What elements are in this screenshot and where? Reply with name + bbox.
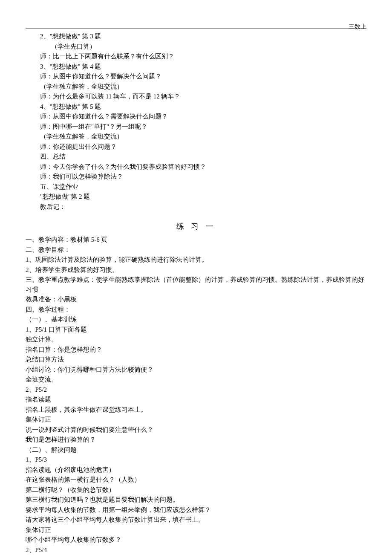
- body-line: 2、"想想做做" 第 3 题: [26, 32, 366, 41]
- body-line: 师：为什么最多可以装 11 辆车，而不是 12 辆车？: [26, 92, 366, 101]
- body-line: 第二横行呢？（收集的总节数）: [26, 485, 366, 495]
- body-line: 教具准备：小黑板: [26, 295, 366, 304]
- body-line: 集体订正: [26, 525, 366, 535]
- body-line: 独立计算。: [26, 335, 366, 344]
- body-line: 一、教学内容：教材第 5-6 页: [26, 235, 366, 245]
- body-line: 师：你还能提出什么问题？: [26, 142, 366, 152]
- body-line: 全班交流。: [26, 375, 366, 384]
- body-line: 师：从图中你知道什么？要解决什么问题？: [26, 72, 366, 81]
- body-line: 教后记：: [26, 202, 366, 212]
- header-divider: [26, 29, 366, 29]
- lesson-block-1: 2、"想想做做" 第 3 题 （学生先口算） 师：比一比上下两题有什么联系？有什…: [26, 32, 366, 211]
- body-line: 哪个小组平均每人收集的节数多？: [26, 535, 366, 545]
- body-line: 2、培养学生养成验算的好习惯。: [26, 265, 366, 275]
- body-line: 师：图中哪一组在"单打"？另一组呢？: [26, 122, 366, 132]
- body-line: 四、教学过程：: [26, 305, 366, 315]
- body-line: 3、"想想做做" 第 4 题: [26, 62, 366, 72]
- body-line: 师：从图中你知道什么？需要解决什么问题？: [26, 112, 366, 121]
- body-line: 2、P5/2: [26, 385, 366, 395]
- body-line: （二）、解决问题: [26, 445, 366, 455]
- body-line: 师：我们可以怎样验算除法？: [26, 172, 366, 182]
- document-body: 2、"想想做做" 第 3 题 （学生先口算） 师：比一比上下两题有什么联系？有什…: [26, 32, 366, 555]
- body-line: 指名上黑板，其余学生做在课堂练习本上。: [26, 405, 366, 415]
- body-line: 师：比一比上下两题有什么联系？有什么区别？: [26, 52, 366, 61]
- body-line: 总结口算方法: [26, 355, 366, 364]
- body-line: 二、教学目标：: [26, 245, 366, 255]
- section-heading: 练 习 一: [26, 221, 366, 232]
- body-line: 要求平均每人收集的节数，用第一组来举例，我们应该怎么样算？: [26, 505, 366, 515]
- body-line: 三、教学重点教学难点：使学生能熟练掌握除法（首位能整除）的计算，养成验算的习惯。…: [26, 275, 366, 294]
- body-line: 小组讨论：你们觉得哪种口算方法比较简便？: [26, 365, 366, 375]
- document-page: 三数上 2、"想想做做" 第 3 题 （学生先口算） 师：比一比上下两题有什么联…: [0, 0, 392, 555]
- body-line: 指名读题: [26, 395, 366, 405]
- body-line: 集体订正: [26, 415, 366, 425]
- body-line: 1、巩固除法计算及除法的验算，能正确熟练的进行除法的计算。: [26, 255, 366, 265]
- body-line: （一）、基本训练: [26, 315, 366, 324]
- body-line: 在这张表格的第一横行是什么？（人数）: [26, 475, 366, 485]
- body-line: 指名口算：你是怎样想的？: [26, 345, 366, 355]
- body-line: （学生先口算）: [26, 42, 366, 52]
- body-line: 4、"想想做做" 第 5 题: [26, 102, 366, 112]
- body-line: 请大家将这三个小组平均每人收集的节数计算出来，填在书上。: [26, 515, 366, 525]
- body-line: 我们是怎样进行验算的？: [26, 435, 366, 445]
- body-line: 1、P5/1 口算下面各题: [26, 325, 366, 335]
- body-line: 五、课堂作业: [26, 182, 366, 192]
- body-line: 师：今天你学会了什么？为什么我们要养成验算的好习惯？: [26, 162, 366, 172]
- body-line: （学生独立解答，全班交流）: [26, 132, 366, 142]
- body-line: （学生独立解答，全班交流）: [26, 82, 366, 92]
- body-line: "想想做做"第 2 题: [26, 192, 366, 202]
- body-line: 第三横行我们知道吗？也就是题目要我们解决的问题。: [26, 495, 366, 505]
- lesson-block-2: 一、教学内容：教材第 5-6 页 二、教学目标： 1、巩固除法计算及除法的验算，…: [26, 235, 366, 555]
- body-line: 四、总结: [26, 152, 366, 162]
- body-line: 2、P5/4: [26, 545, 366, 555]
- body-line: 指名读题（介绍废电池的危害）: [26, 465, 366, 475]
- page-header-right: 三数上: [349, 22, 366, 31]
- body-line: 1、P5/3: [26, 455, 366, 465]
- body-line: 说一说列竖式计算的时候我们要注意些什么？: [26, 425, 366, 435]
